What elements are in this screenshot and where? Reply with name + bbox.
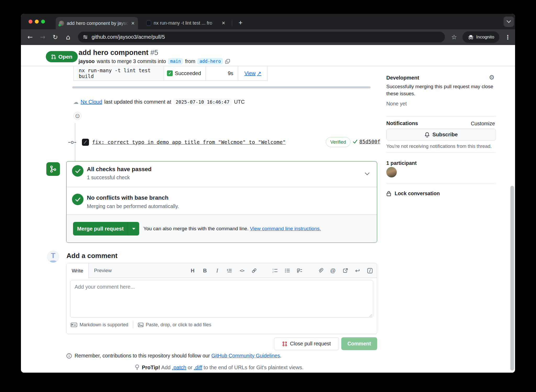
divider: [133, 321, 133, 328]
unordered-list-icon[interactable]: [284, 267, 290, 274]
gear-icon[interactable]: ⚙: [489, 74, 495, 81]
cli-merge-text: You can also merge this with the command…: [143, 226, 321, 232]
check-icon: [353, 139, 358, 144]
commit-author-avatar[interactable]: ∕: [82, 139, 89, 146]
pr-status-label: Open: [58, 54, 72, 60]
customize-link[interactable]: Customize: [471, 121, 495, 127]
guidelines-note: Remember, contributions to this reposito…: [66, 353, 281, 359]
site-settings-icon[interactable]: [83, 35, 88, 40]
comment-input[interactable]: [70, 280, 373, 318]
browser-menu-icon[interactable]: ⋮: [504, 29, 512, 45]
code-icon[interactable]: <>: [239, 267, 245, 274]
quote-icon[interactable]: [227, 267, 232, 274]
forward-button[interactable]: →: [38, 29, 47, 45]
copy-icon[interactable]: [225, 59, 230, 64]
base-branch-chip[interactable]: main: [168, 58, 183, 64]
divider: [386, 184, 496, 184]
github-favicon: [59, 21, 64, 26]
cli-instructions-link[interactable]: View command line instructions.: [250, 226, 321, 231]
link-icon[interactable]: [251, 267, 257, 274]
notifications-heading: Notifications: [386, 120, 418, 126]
lock-conversation-button[interactable]: Lock conversation: [386, 191, 440, 197]
task-list-icon[interactable]: [297, 267, 303, 274]
italic-icon[interactable]: I: [214, 267, 220, 274]
tab-nx-run[interactable]: nx run-many -t lint test ... fro ✕: [143, 18, 228, 28]
tab-preview[interactable]: Preview: [89, 263, 117, 278]
window-minimize-button[interactable]: [35, 20, 39, 24]
no-conflicts-subtitle: Merging can be performed automatically.: [87, 203, 179, 209]
pr-status-badge: Open: [46, 51, 78, 62]
development-empty: None yet: [386, 101, 407, 107]
window-close-button[interactable]: [29, 20, 32, 24]
editor-footer-notes: Markdown is supported Paste, drop, or cl…: [71, 321, 211, 328]
check-run-view-link[interactable]: View↗: [238, 66, 267, 80]
expand-checks-button[interactable]: [365, 172, 370, 175]
checks-passed-title: All checks have passed: [87, 166, 152, 173]
pr-sticky-header: Open add hero component #5 jaysoo wants …: [21, 45, 515, 66]
new-tab-button[interactable]: +: [236, 18, 245, 27]
page-content: Open add hero component #5 jaysoo wants …: [21, 45, 515, 373]
nx-cloud-link[interactable]: Nx Cloud: [81, 99, 102, 105]
back-button[interactable]: ←: [26, 29, 35, 45]
merge-options-dropdown[interactable]: [128, 222, 139, 236]
reply-icon[interactable]: ↩: [355, 267, 360, 274]
attach-files-area[interactable]: Paste, drop, or click to add files: [138, 322, 211, 328]
check-run-row: nx run-many -t lint test build ✓ Succeed…: [73, 66, 268, 81]
add-reaction-button[interactable]: ☺: [74, 112, 81, 120]
reload-button[interactable]: ↻: [51, 29, 60, 45]
svg-text:1: 1: [272, 268, 274, 271]
close-tab-icon[interactable]: ✕: [222, 20, 225, 26]
address-bar[interactable]: github.com/jaysoo3/acme/pull/5: [78, 32, 445, 42]
checks-passed-subtitle: 1 successful check: [87, 175, 130, 181]
bot-comment-meta: ☁ Nx Cloud last updated this comment at …: [73, 98, 245, 105]
commit-sha-link[interactable]: 85d500f: [359, 139, 380, 144]
bold-icon[interactable]: B: [202, 267, 208, 274]
success-circle-icon: [72, 194, 83, 205]
markdown-supported-link[interactable]: Markdown is supported: [71, 322, 128, 328]
close-tab-icon[interactable]: ✕: [131, 21, 135, 26]
caret-down-icon: [132, 228, 135, 230]
home-button[interactable]: ⌂: [64, 29, 72, 45]
slash-command-icon[interactable]: [367, 267, 373, 274]
page-scrollbar-thumb[interactable]: [510, 186, 514, 371]
tab-search-button[interactable]: [504, 16, 514, 27]
subscribe-button[interactable]: Subscribe: [386, 129, 496, 141]
bookmark-star-icon[interactable]: ☆: [450, 29, 459, 45]
checks-passed-section: All checks have passed 1 successful chec…: [66, 161, 377, 187]
comment-editor-header: Write Preview H B I <> 12: [66, 263, 377, 278]
merge-pull-request-button[interactable]: Merge pull request: [73, 222, 139, 236]
patch-link[interactable]: .patch: [172, 365, 186, 370]
diff-link[interactable]: .diff: [194, 365, 202, 370]
close-pull-request-button[interactable]: Close pull request: [274, 337, 339, 350]
success-check-icon: ✓: [167, 70, 173, 76]
heading-icon[interactable]: H: [190, 267, 196, 274]
git-commit-icon: [68, 140, 77, 145]
comment-submit-button[interactable]: Comment: [341, 337, 377, 350]
divider: [386, 116, 496, 117]
external-arrow-icon: ↗: [257, 70, 261, 76]
lock-icon: [386, 191, 391, 197]
ordered-list-icon[interactable]: 12: [272, 267, 278, 274]
git-pull-request-closed-icon: [282, 341, 287, 346]
pr-title: add hero component #5: [79, 49, 158, 57]
notifications-note: You're not receiving notifications from …: [386, 143, 492, 149]
community-guidelines-link[interactable]: GitHub Community Guidelines: [211, 353, 280, 359]
tab-strip: add hero component by jayso ✕ nx run-man…: [21, 14, 515, 29]
tab-pull-request[interactable]: add hero component by jayso ✕: [56, 17, 138, 29]
tab-write[interactable]: Write: [66, 263, 89, 278]
resize-grip[interactable]: [369, 314, 372, 317]
timestamp-chip: 2025-07-10 16:46:47: [173, 98, 232, 105]
mention-icon[interactable]: @: [330, 267, 336, 274]
pr-author: jaysoo: [79, 58, 95, 64]
commit-message-link[interactable]: fix: correct typo in demo app title from…: [92, 139, 286, 145]
check-run-duration: 9s: [205, 66, 238, 80]
no-conflicts-title: No conflicts with base branch: [87, 194, 169, 201]
markdown-icon: [71, 323, 77, 327]
window-zoom-button[interactable]: [41, 20, 45, 24]
head-branch-chip[interactable]: add-hero: [197, 58, 223, 64]
pr-subtitle: jaysoo wants to merge 3 commits into mai…: [79, 58, 230, 64]
cross-reference-icon[interactable]: [342, 267, 348, 274]
participant-avatar[interactable]: [386, 167, 397, 177]
comment-divider-bar: [72, 86, 371, 88]
attach-file-icon[interactable]: [318, 267, 323, 274]
